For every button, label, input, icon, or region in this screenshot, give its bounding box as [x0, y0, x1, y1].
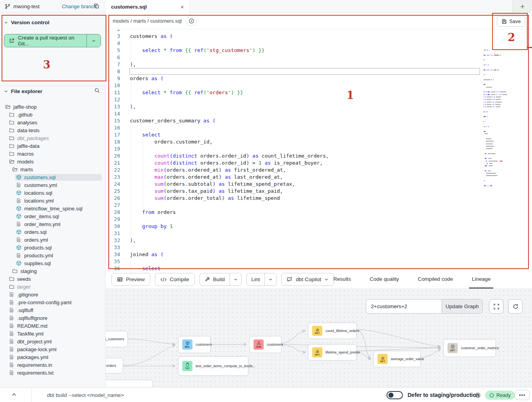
create-pull-request-main[interactable]: Create a pull request on Git...: [4, 34, 86, 47]
pr-button-dropdown[interactable]: [86, 34, 101, 47]
lineage-node[interactable]: [106, 380, 153, 387]
file-tree-item[interactable]: requirements.txt: [0, 369, 106, 377]
file-tree-item[interactable]: packages.yml: [0, 353, 106, 361]
version-control-header[interactable]: Version control: [4, 20, 49, 25]
fullscreen-button[interactable]: [489, 299, 503, 314]
preview-button[interactable]: Preview: [111, 273, 150, 286]
file-tree-item[interactable]: products.sql: [0, 244, 106, 251]
lint-button[interactable]: Lint: [247, 273, 265, 285]
command-hint[interactable]: dbt build --select <model_name>: [47, 388, 124, 402]
code-line[interactable]: 18 orders.customer_id,: [106, 138, 532, 145]
lineage-node[interactable]: stg_customers: [106, 331, 128, 347]
file-tree-item[interactable]: data-tests: [0, 126, 106, 134]
code-line[interactable]: 9orders as (: [106, 75, 532, 82]
code-line[interactable]: 12: [106, 96, 532, 103]
file-tree-item[interactable]: README.md: [0, 322, 106, 330]
file-tree-item[interactable]: orders.yml: [0, 236, 106, 244]
code-line[interactable]: 11 select * from {{ ref('orders') }}: [106, 89, 532, 96]
code-line[interactable]: 24 sum(orders.subtotal) as lifetime_spen…: [106, 181, 532, 188]
file-tree-item[interactable]: requirements.in: [0, 361, 106, 369]
tab-close-icon[interactable]: ×: [180, 4, 184, 10]
file-tree-item[interactable]: jaffle-data: [0, 142, 106, 150]
tab-code-quality[interactable]: Code quality: [367, 271, 402, 289]
file-tree-item[interactable]: models: [0, 158, 106, 165]
defer-toggle[interactable]: [386, 391, 403, 399]
file-tree-item[interactable]: dbt_project.yml: [0, 337, 106, 345]
code-line[interactable]: 23 max(orders.ordered_at) as last_ordere…: [106, 174, 532, 181]
code-line[interactable]: 30 group by 1: [106, 223, 532, 230]
file-tree-item[interactable]: supplies.sql: [0, 259, 106, 267]
file-tree-item[interactable]: macros: [0, 150, 106, 158]
file-tree-item[interactable]: .gitignore: [0, 291, 106, 298]
file-explorer-header[interactable]: File explorer: [4, 88, 102, 94]
code-line[interactable]: 27: [106, 202, 532, 209]
lineage-panel[interactable]: stg_customersordersMDLcustomersTSTtest_o…: [106, 289, 532, 387]
file-tree-item[interactable]: orders.sql: [0, 228, 106, 236]
caret-up-icon[interactable]: [11, 391, 17, 398]
code-line[interactable]: 34joined as (: [106, 251, 532, 258]
code-line[interactable]: 35: [106, 258, 532, 265]
help-icon[interactable]: [475, 392, 481, 398]
code-line[interactable]: 28 from orders: [106, 209, 532, 216]
code-line[interactable]: 3customers as (: [106, 33, 532, 40]
file-tree-item[interactable]: seeds: [0, 275, 106, 283]
tab-lineage[interactable]: Lineage: [469, 271, 493, 289]
code-line[interactable]: 32),: [106, 237, 532, 244]
lineage-node[interactable]: SEMcustomers: [249, 336, 282, 353]
lineage-node[interactable]: TSTtest_order_items_compute_to_bools...: [178, 356, 248, 376]
code-line[interactable]: 26 sum(orders.order_total) as lifetime_s…: [106, 195, 532, 202]
lineage-node[interactable]: METcount_lifetime_orders: [308, 323, 357, 339]
file-tree-item[interactable]: customers.yml: [0, 181, 106, 189]
file-tree-item[interactable]: order_items.sql: [0, 212, 106, 220]
code-line[interactable]: 5 select * from {{ ref('stg_customers') …: [106, 47, 532, 54]
code-line[interactable]: 10: [106, 82, 532, 89]
file-tree-item[interactable]: .sqlfluffignore: [0, 314, 106, 322]
code-line[interactable]: 36 select: [106, 265, 532, 271]
code-line[interactable]: 31: [106, 230, 532, 237]
copilot-compass-icon[interactable]: [186, 16, 197, 26]
file-tree-item[interactable]: jaffle-shop: [0, 103, 106, 111]
tab-compiled-code[interactable]: Compiled code: [415, 271, 456, 289]
code-line[interactable]: 7),: [106, 61, 532, 68]
file-tree-item[interactable]: locations.yml: [0, 197, 106, 205]
dbt-copilot-button[interactable]: dbt Copilot: [281, 273, 334, 286]
build-button[interactable]: Build: [200, 273, 230, 285]
code-line[interactable]: 25 sum(orders.tax_paid) as lifetime_tax_…: [106, 188, 532, 195]
lineage-node[interactable]: MDLcustomers: [178, 336, 211, 353]
code-line[interactable]: 19: [106, 145, 532, 153]
editor-minimap[interactable]: [482, 47, 512, 209]
code-line[interactable]: 14: [106, 110, 532, 117]
file-tree-item[interactable]: marts: [0, 165, 106, 173]
refresh-button[interactable]: [508, 299, 523, 314]
build-dropdown[interactable]: [230, 273, 241, 285]
file-tree-item[interactable]: order_items.yml: [0, 220, 106, 228]
new-tab-area[interactable]: +: [512, 0, 532, 13]
file-tree-item[interactable]: .sqlfluff: [0, 306, 106, 314]
code-line[interactable]: 6: [106, 54, 532, 61]
update-graph-button[interactable]: Update Graph: [442, 300, 482, 313]
editor-tab-customers-sql[interactable]: customers.sql ×: [106, 0, 190, 13]
file-tree-item[interactable]: dbt_packages: [0, 134, 106, 142]
file-tree-item[interactable]: analyses: [0, 118, 106, 126]
lint-dropdown[interactable]: [264, 273, 276, 285]
save-button[interactable]: Save: [497, 16, 525, 27]
code-line[interactable]: 16: [106, 124, 532, 131]
search-icon[interactable]: [94, 88, 100, 93]
code-line[interactable]: 20 count(distinct orders.order_id) as co…: [106, 153, 532, 160]
code-line[interactable]: 2: [106, 29, 532, 33]
change-branch-link[interactable]: Change branch: [62, 0, 97, 13]
code-line[interactable]: 22 min(orders.ordered_at) as first_order…: [106, 167, 532, 174]
code-line[interactable]: 21 count(distinct orders.order_id) > 1 a…: [106, 160, 532, 167]
tab-results[interactable]: Results: [331, 271, 354, 289]
file-tree-item[interactable]: products.yml: [0, 251, 106, 259]
file-tree-item[interactable]: target: [0, 283, 106, 291]
new-tab-plus-icon[interactable]: +: [520, 2, 525, 11]
code-line[interactable]: 15customer_orders_summary as (: [106, 117, 532, 124]
lineage-node[interactable]: METlifetime_spend_pretax: [308, 344, 357, 361]
compile-button[interactable]: Compile: [155, 273, 195, 286]
code-line[interactable]: 17 select: [106, 131, 532, 138]
code-line[interactable]: 29: [106, 216, 532, 223]
file-tree-item[interactable]: customers.sql: [0, 173, 106, 181]
code-line[interactable]: 8: [106, 68, 532, 75]
code-line[interactable]: 33: [106, 244, 532, 251]
